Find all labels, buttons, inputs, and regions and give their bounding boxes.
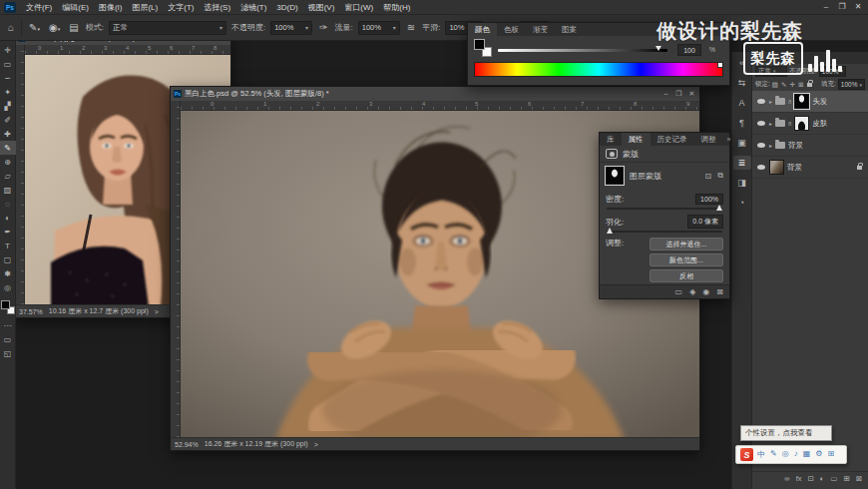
pen-tool[interactable]: ✒ xyxy=(0,225,16,239)
mask-link-icon[interactable]: 8 xyxy=(788,121,791,127)
brush-preset-icon[interactable]: ✎▾ xyxy=(27,22,42,33)
zoom-tool[interactable]: ◎ xyxy=(0,280,16,294)
screen-mode[interactable]: ◱ xyxy=(0,346,16,360)
feather-value[interactable]: 0.0 像素 xyxy=(687,215,723,229)
foreground-color-swatch[interactable] xyxy=(1,300,10,309)
flow-select[interactable]: 100%▾ xyxy=(358,21,400,35)
home-icon[interactable]: ⌂ xyxy=(6,22,16,33)
layer-visibility-toggle[interactable] xyxy=(755,99,766,104)
airbrush-icon[interactable]: ≋ xyxy=(405,22,417,33)
layer-row-background[interactable]: 背景 xyxy=(752,157,868,179)
histogram-panel-icon[interactable]: ◔ xyxy=(733,196,751,210)
marquee-tool[interactable]: ▭ xyxy=(0,57,16,71)
type-tool[interactable]: T xyxy=(0,239,16,252)
character-panel-icon[interactable]: A xyxy=(733,96,751,110)
horizontal-ruler[interactable]: 0123456789 xyxy=(181,101,699,111)
window-control[interactable]: ✕ xyxy=(850,0,866,13)
invert-button[interactable]: 反相 xyxy=(650,269,723,282)
menu-item[interactable]: 3D(D) xyxy=(271,0,302,15)
ime-voice-icon[interactable]: ♪ xyxy=(794,449,798,460)
blend-mode-select[interactable]: 正常▾ xyxy=(109,21,226,35)
lock-artboard-icon[interactable]: ⊞ xyxy=(798,81,803,89)
sogou-logo[interactable]: S xyxy=(740,448,753,461)
pressure-opacity-icon[interactable]: ✑ xyxy=(317,22,329,33)
layer-fill-select[interactable]: 100%▾ xyxy=(838,79,865,90)
add-pixel-mask-icon[interactable]: ⊡ xyxy=(705,172,712,181)
healing-tool[interactable]: ✚ xyxy=(0,127,16,141)
gradient-tool[interactable]: ▨ xyxy=(0,183,16,197)
layer-visibility-toggle[interactable] xyxy=(755,121,766,126)
menu-item[interactable]: 文字(T) xyxy=(163,0,199,15)
menu-item[interactable]: 滤镜(T) xyxy=(235,0,271,15)
expand-group-icon[interactable]: ▸ xyxy=(769,98,772,105)
vertical-ruler[interactable] xyxy=(171,101,181,437)
opacity-select[interactable]: 100%▾ xyxy=(270,21,312,35)
layer-style-icon[interactable]: fx xyxy=(796,474,802,483)
dodge-tool[interactable]: ◐ xyxy=(0,211,16,225)
color-swatch-pair[interactable] xyxy=(474,39,492,57)
eyedropper-tool[interactable]: ✐ xyxy=(0,113,16,127)
mask-thumbnail[interactable] xyxy=(794,94,809,109)
menu-item[interactable]: 视图(V) xyxy=(303,0,340,15)
apply-mask-icon[interactable]: ◈ xyxy=(689,287,695,296)
menu-item[interactable]: 帮助(H) xyxy=(378,0,415,15)
feather-slider[interactable] xyxy=(607,231,722,233)
layer-mask-thumbnail[interactable] xyxy=(606,167,624,185)
status-arrow[interactable]: > xyxy=(155,308,159,315)
clone-source-panel-icon[interactable]: ◨ xyxy=(733,176,751,190)
shape-tool[interactable]: ▢ xyxy=(0,252,16,266)
menu-item[interactable]: 图像(I) xyxy=(94,0,128,15)
add-mask-icon[interactable]: ⊡ xyxy=(807,474,813,483)
color-panel-tab[interactable]: 颜色 xyxy=(468,23,497,36)
ime-skin-icon[interactable]: ⊞ xyxy=(827,449,834,460)
lock-transparency-icon[interactable]: ▨ xyxy=(772,81,778,89)
adjustment-layer-icon[interactable]: ◐ xyxy=(820,474,825,483)
layer-visibility-toggle[interactable] xyxy=(755,165,766,170)
ime-settings-icon[interactable]: ⚙ xyxy=(815,449,822,460)
brush-tip-icon[interactable]: ◉▾ xyxy=(47,22,62,33)
foreground-background-swatch[interactable] xyxy=(1,300,15,314)
layer-name[interactable]: 背景 xyxy=(787,163,802,173)
ime-pen-icon[interactable]: ✎ xyxy=(770,449,777,460)
color-panel-tab[interactable]: 图案 xyxy=(555,23,584,36)
layer-name[interactable]: 背景 xyxy=(788,141,803,151)
layer-name[interactable]: 头发 xyxy=(812,97,827,107)
properties-tab[interactable]: 库 xyxy=(600,133,622,146)
menu-item[interactable]: 窗口(W) xyxy=(339,0,378,15)
color-panel-tab[interactable]: 色板 xyxy=(497,23,526,36)
density-slider[interactable] xyxy=(607,208,722,210)
toggle-brush-panel-icon[interactable]: ▤ xyxy=(67,22,80,33)
menu-item[interactable]: 选择(S) xyxy=(199,0,235,15)
paragraph-panel-icon[interactable]: ¶ xyxy=(733,116,751,130)
doc-window-control[interactable]: ✕ xyxy=(685,87,698,101)
expand-group-icon[interactable]: ▸ xyxy=(769,142,772,149)
hand-tool[interactable]: ✱ xyxy=(0,266,16,280)
doc-window-control[interactable]: ❐ xyxy=(672,87,685,101)
expand-group-icon[interactable]: ▸ xyxy=(769,120,772,127)
zoom-level[interactable]: 37.57% xyxy=(19,308,43,315)
color-panel-tab[interactable]: 渐变 xyxy=(526,23,555,36)
add-vector-mask-icon[interactable]: ⧉ xyxy=(717,171,723,181)
lock-all-icon[interactable] xyxy=(807,83,812,87)
menu-item[interactable]: 图层(L) xyxy=(127,0,163,15)
quick-select-tool[interactable]: ✦ xyxy=(0,85,16,99)
menu-item[interactable]: 编辑(E) xyxy=(57,0,94,15)
ime-emoji-icon[interactable]: ◎ xyxy=(782,449,789,460)
density-value[interactable]: 100% xyxy=(695,194,723,205)
blur-tool[interactable]: ◌ xyxy=(0,197,16,211)
panel-menu-icon[interactable]: » xyxy=(723,136,735,143)
link-layers-icon[interactable]: ∞ xyxy=(784,474,789,483)
zoom-level[interactable]: 52.94% xyxy=(175,441,199,448)
doc-window-control[interactable]: – xyxy=(659,87,672,101)
layer-name[interactable]: 皮肤 xyxy=(812,119,827,129)
layer-row-hair[interactable]: ▸ 8 头发 xyxy=(752,91,868,113)
properties-tab[interactable]: 调整 xyxy=(694,133,723,146)
layer-thumbnail[interactable] xyxy=(769,160,784,175)
white-corner-swatch[interactable] xyxy=(717,63,722,68)
horizontal-ruler[interactable]: 0123456789 xyxy=(25,45,230,55)
move-tool[interactable]: ✛ xyxy=(0,43,16,57)
window-control[interactable]: – xyxy=(818,0,834,13)
ime-lang-icon[interactable]: 中 xyxy=(757,449,765,460)
properties-tab[interactable]: 历史记录 xyxy=(651,133,694,146)
eraser-tool[interactable]: ▱ xyxy=(0,169,16,183)
